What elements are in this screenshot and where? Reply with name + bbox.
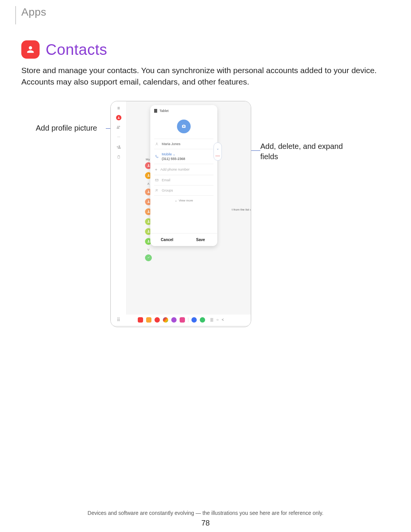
dock-app-2[interactable]	[146, 317, 151, 323]
view-more-label: View more	[179, 199, 193, 202]
name-value: Maria Jones	[162, 142, 180, 146]
storage-row[interactable]: Tablet	[154, 109, 213, 113]
phone-number: (311) 555-2368	[162, 157, 185, 161]
recents-button[interactable]: |||	[210, 318, 213, 322]
add-contact-icon[interactable]	[116, 144, 122, 150]
trash-icon[interactable]	[116, 154, 122, 160]
add-phone-label: Add phone number	[160, 168, 190, 171]
page-description: Store and manage your contacts. You can …	[21, 65, 390, 88]
contact-avatar[interactable]	[145, 254, 152, 261]
page-title: Contacts	[46, 41, 107, 58]
callout-expand-fields: Add, delete, and expand fields	[260, 141, 344, 162]
chevron-down-icon: ⌄	[175, 199, 177, 202]
email-field[interactable]: Email	[154, 175, 213, 185]
expand-field-button[interactable]: ⌄	[216, 146, 219, 150]
dock-app-1[interactable]	[138, 317, 143, 323]
menu-icon[interactable]: ≡	[116, 105, 122, 111]
callout-add-picture: Add profile picture	[36, 124, 97, 133]
edit-contact-card: ⌄ — Tablet Maria Jones Mobile⌄	[150, 105, 217, 246]
phone-field[interactable]: Mobile⌄ (311) 555-2368	[154, 149, 213, 164]
add-phone-row[interactable]: + Add phone number	[154, 164, 213, 175]
svg-point-3	[157, 190, 158, 190]
letter-divider: V	[145, 248, 152, 251]
footer-note: Devices and software are constantly evol…	[0, 510, 411, 516]
contacts-icon-small[interactable]	[116, 115, 121, 120]
groups-label: Groups	[162, 189, 173, 192]
cancel-button[interactable]: Cancel	[150, 233, 184, 246]
plus-icon: +	[155, 167, 157, 172]
app-dock: ⠿ ||| ○ <	[111, 315, 251, 325]
app-sidebar: ≡ ⋯	[111, 101, 127, 315]
dots-sep: ⋯	[116, 134, 122, 140]
chevron-down-icon: ⌄	[173, 153, 175, 156]
tablet-icon	[154, 109, 157, 113]
delete-field-button[interactable]: —	[215, 155, 220, 157]
field-controls-pill: ⌄ —	[213, 142, 222, 161]
dock-app-7[interactable]	[191, 317, 197, 323]
name-field[interactable]: Maria Jones	[154, 139, 213, 149]
dock-divider	[188, 318, 188, 322]
dock-app-chrome[interactable]	[163, 317, 168, 323]
svg-point-0	[156, 143, 158, 144]
dock-app-6[interactable]	[180, 317, 185, 323]
storage-label: Tablet	[159, 109, 169, 113]
dock-app-8[interactable]	[200, 317, 205, 323]
back-button[interactable]: <	[222, 318, 224, 322]
view-more-row[interactable]: ⌄View more	[154, 195, 213, 205]
phone-type: Mobile	[162, 152, 172, 156]
contacts-app-icon	[21, 40, 40, 59]
tablet-frame: ≡ ⋯ My profile AV t from the list on	[110, 101, 251, 327]
dock-app-5[interactable]	[171, 317, 177, 323]
svg-point-2	[156, 189, 157, 190]
svg-rect-1	[155, 179, 158, 181]
email-label: Email	[162, 178, 170, 182]
save-button[interactable]: Save	[184, 233, 217, 246]
screenshot-figure: Add profile picture Add, delete, and exp…	[21, 101, 390, 345]
apps-grid-icon[interactable]: ⠿	[117, 317, 119, 323]
breadcrumb: Apps	[21, 6, 46, 18]
dock-app-3[interactable]	[155, 317, 160, 323]
home-button[interactable]: ○	[216, 318, 218, 322]
page-number: 78	[0, 519, 411, 527]
background-hint: t from the list on left.	[232, 208, 251, 211]
groups-icon[interactable]	[116, 124, 122, 130]
profile-picture-button[interactable]	[177, 120, 191, 133]
groups-field[interactable]: Groups	[154, 185, 213, 195]
